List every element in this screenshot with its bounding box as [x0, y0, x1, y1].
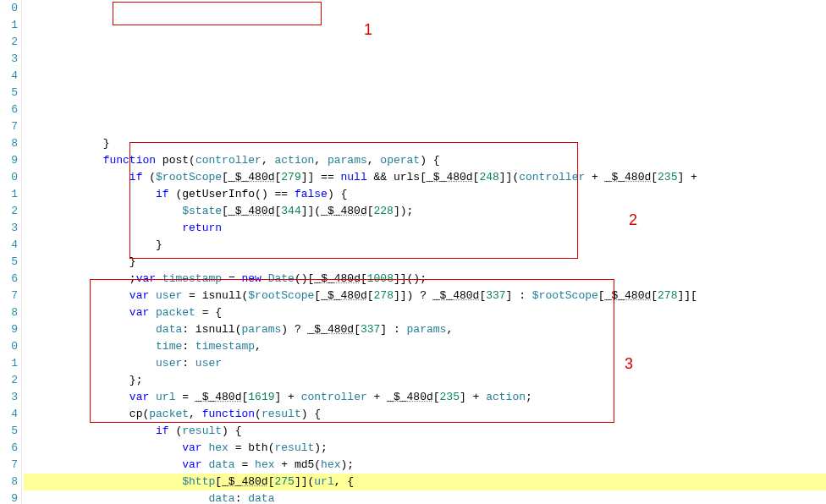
- token: ) ?: [281, 323, 307, 336]
- code-line[interactable]: var user = isnull($rootScope[_$_480d[278…: [24, 288, 826, 304]
- token: getUserInfo: [182, 188, 255, 200]
- token: 228: [374, 205, 394, 217]
- token: =: [235, 458, 255, 471]
- token: time: [156, 340, 182, 353]
- code-editor[interactable]: 012345678901234567890123456789 1 2 3 } f…: [0, 0, 826, 504]
- token: _$_480d: [605, 171, 652, 184]
- line-number: 7: [0, 288, 18, 304]
- token: =: [229, 441, 248, 454]
- token: _$_480d: [387, 391, 433, 403]
- token: ]][: [677, 289, 697, 302]
- line-number: 3: [0, 51, 18, 68]
- token: :: [235, 492, 249, 504]
- code-line[interactable]: if (getUserInfo() == false) {: [24, 186, 826, 203]
- token: user: [156, 289, 182, 302]
- token: data: [156, 323, 182, 336]
- code-line[interactable]: var packet = {: [24, 304, 826, 321]
- code-line[interactable]: $state[_$_480d[344]](_$_480d[228]);: [24, 203, 826, 220]
- token: _$_480d: [229, 171, 275, 184]
- token: }: [156, 238, 162, 251]
- token: var: [129, 306, 156, 319]
- token: [: [361, 272, 367, 285]
- line-number-gutter: 012345678901234567890123456789: [0, 0, 22, 504]
- token: ]] ==: [301, 171, 341, 184]
- line-number: 8: [0, 135, 18, 152]
- code-line[interactable]: if (result) {: [24, 423, 826, 440]
- code-line[interactable]: function post(controller, action, params…: [24, 152, 826, 169]
- token: 1619: [248, 391, 274, 403]
- token: data: [208, 458, 234, 471]
- line-number: 4: [0, 237, 18, 254]
- token: [: [651, 171, 658, 184]
- code-line[interactable]: }: [24, 135, 826, 152]
- token: hex: [255, 458, 274, 471]
- token: +: [367, 391, 387, 403]
- token: ,: [262, 154, 275, 167]
- token: 278: [374, 289, 394, 302]
- token: bth: [248, 441, 267, 454]
- code-line[interactable]: }: [24, 254, 826, 271]
- token: 235: [658, 171, 677, 184]
- token: (: [149, 171, 156, 184]
- token: 235: [440, 391, 460, 403]
- token: 337: [361, 323, 380, 336]
- code-line[interactable]: user: user: [24, 355, 826, 372]
- token: 278: [658, 289, 677, 302]
- token: false: [295, 188, 328, 200]
- token: 248: [479, 171, 498, 184]
- line-number: 3: [0, 389, 18, 406]
- line-number: 5: [0, 85, 18, 101]
- code-line[interactable]: var hex = bth(result);: [24, 440, 826, 457]
- code-line[interactable]: return: [24, 220, 826, 237]
- line-number: 9: [0, 490, 18, 504]
- line-number: 6: [0, 101, 18, 118]
- token: urls: [394, 171, 420, 184]
- code-line[interactable]: data: data: [24, 490, 826, 504]
- annotation-box-1: [113, 2, 322, 25]
- token: packet: [156, 306, 195, 319]
- annotation-label-1: 1: [364, 21, 372, 38]
- token: params: [241, 323, 281, 336]
- token: action: [486, 391, 526, 403]
- token: hex: [321, 458, 340, 471]
- code-line[interactable]: var data = hex + md5(hex);: [24, 457, 826, 474]
- token: = {: [195, 306, 222, 319]
- code-line[interactable]: cp(packet, function(result) {: [24, 406, 826, 423]
- token: timestamp: [195, 340, 255, 353]
- token: isnull: [195, 323, 235, 336]
- code-line[interactable]: data: isnull(params) ? _$_480d[337] : pa…: [24, 321, 826, 338]
- code-line[interactable]: var url = _$_480d[1619] + controller + _…: [24, 389, 826, 406]
- code-line[interactable]: ;var timestamp = new Date()[_$_480d[1008…: [24, 271, 826, 288]
- token: isnull: [202, 289, 242, 302]
- token: ] :: [380, 323, 406, 336]
- token: controller: [301, 391, 367, 403]
- token: :: [182, 357, 195, 370]
- token: (: [255, 408, 262, 420]
- token: );: [314, 441, 328, 454]
- code-line[interactable]: }: [24, 237, 826, 254]
- token: url: [156, 391, 175, 403]
- line-number: 2: [0, 203, 18, 220]
- line-number: 5: [0, 423, 18, 440]
- code-area[interactable]: 1 2 3 } function post(controller, action…: [22, 0, 826, 504]
- line-number: 9: [0, 321, 18, 338]
- token: [: [314, 289, 321, 302]
- token: &&: [367, 171, 394, 184]
- token: ] :: [506, 289, 532, 302]
- token: ) {: [222, 425, 241, 437]
- code-line[interactable]: time: timestamp,: [24, 338, 826, 355]
- line-number: 7: [0, 457, 18, 474]
- token: ,: [367, 154, 381, 167]
- token: return: [182, 222, 222, 234]
- code-line[interactable]: };: [24, 372, 826, 389]
- code-line[interactable]: if ($rootScope[_$_480d[279]] == null && …: [24, 169, 826, 186]
- line-number: 1: [0, 17, 18, 34]
- line-number: 8: [0, 304, 18, 321]
- token: timestamp: [162, 272, 222, 285]
- line-number: 0: [0, 338, 18, 355]
- line-number: 1: [0, 355, 18, 372]
- token: if: [156, 188, 175, 200]
- token: Date: [268, 272, 295, 285]
- code-line[interactable]: $http[_$_480d[275]](url, {: [24, 474, 826, 490]
- token: result: [262, 408, 301, 420]
